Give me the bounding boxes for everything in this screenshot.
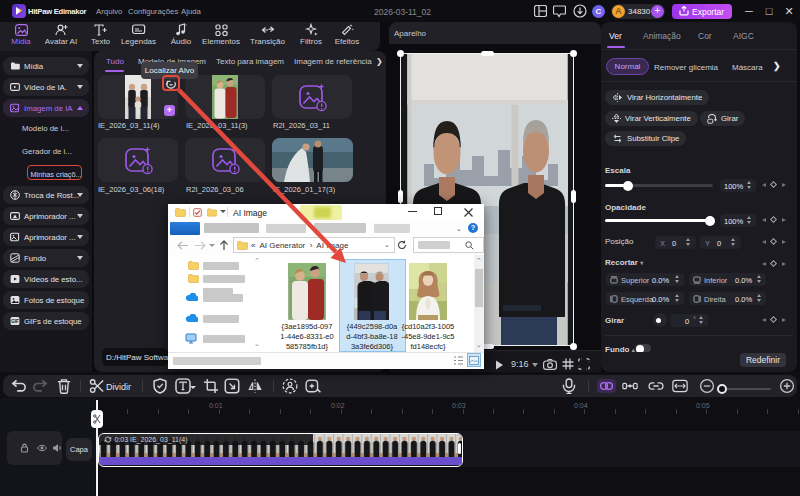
- svg-text:GIF: GIF: [11, 319, 19, 324]
